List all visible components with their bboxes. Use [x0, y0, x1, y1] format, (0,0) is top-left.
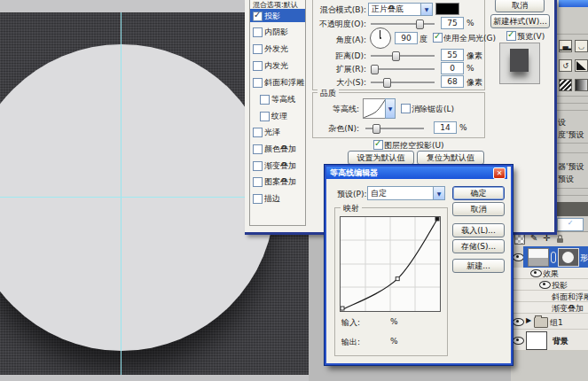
chain-link-icon[interactable]	[551, 252, 556, 263]
checkbox[interactable]	[253, 128, 263, 137]
folder-icon	[534, 317, 548, 328]
background-thumbnail[interactable]	[526, 331, 547, 350]
new-button[interactable]: 新建...	[452, 259, 505, 273]
curves-icon[interactable]: ◡	[575, 40, 588, 52]
circle-shape[interactable]	[0, 44, 275, 351]
contour-picker-arrow[interactable]: ▼	[385, 98, 396, 119]
eye-icon[interactable]	[513, 318, 524, 326]
opacity-slider[interactable]	[371, 23, 435, 26]
row-bevel[interactable]: 斜面和浮雕	[511, 291, 588, 302]
noise-slider-thumb[interactable]	[372, 124, 380, 134]
checkbox[interactable]	[253, 161, 263, 171]
opacity-input[interactable]: 75	[441, 17, 464, 29]
gradient-bar-icon[interactable]	[575, 79, 588, 91]
layer-row-shape[interactable]: 形状	[511, 246, 588, 268]
contour-editor-titlebar[interactable]: 等高线编辑器 ✕	[326, 167, 507, 179]
size-slider[interactable]	[371, 82, 435, 84]
opacity-unit: %	[466, 19, 474, 27]
distance-label: 距离(D):	[316, 51, 366, 62]
row-gradient-overlay[interactable]: 渐变叠加	[511, 302, 588, 314]
row-background[interactable]: 背景	[511, 330, 588, 351]
preset-dropdown[interactable]: 自定▼	[367, 186, 445, 200]
checkbox[interactable]	[253, 78, 263, 88]
background-label[interactable]: 背景	[553, 336, 568, 347]
spread-input[interactable]: 0	[441, 62, 464, 74]
lock-icon[interactable]	[557, 238, 563, 243]
blend-mode-dropdown[interactable]: 正片叠底▼	[368, 3, 433, 16]
curve-grid[interactable]	[340, 216, 441, 312]
reset-default-button[interactable]: 复位为默认值	[417, 151, 484, 165]
layer-thumbnail[interactable]	[528, 248, 549, 267]
dock-label[interactable]: 设	[558, 117, 566, 128]
set-default-button[interactable]: 设置为默认值	[348, 151, 414, 165]
vector-mask-thumbnail[interactable]	[558, 248, 579, 267]
panel-title-bar[interactable]	[559, 0, 588, 7]
load-button[interactable]: 载入(L)...	[452, 223, 505, 237]
contour-thumbnail[interactable]	[363, 98, 387, 119]
checkbox[interactable]	[253, 27, 263, 37]
panel-tab-dark[interactable]	[554, 202, 588, 216]
stripes-icon[interactable]	[559, 79, 572, 91]
angle-dial[interactable]	[370, 27, 391, 49]
size-slider-thumb[interactable]	[383, 78, 391, 88]
row-drop-shadow[interactable]: 投影	[511, 279, 588, 291]
eye-icon[interactable]	[530, 269, 542, 277]
style-list: 混合选项:默认 投影 内阴影 外发光 内发光 斜面和浮雕 等高线 纹理 光泽 颜…	[249, 0, 306, 226]
group-label[interactable]: 组1	[550, 317, 563, 329]
row-effects[interactable]: 效果	[511, 268, 588, 279]
cancel-button[interactable]: 取消	[495, 0, 545, 12]
dock-label[interactable]: 器'预设	[558, 161, 584, 173]
spread-slider[interactable]	[371, 68, 435, 71]
shadow-color-swatch[interactable]	[435, 3, 459, 15]
noise-slider[interactable]	[365, 128, 424, 130]
noise-input[interactable]: 14	[434, 121, 457, 134]
distance-slider[interactable]	[371, 55, 435, 58]
preview-checkbox[interactable]	[506, 31, 516, 41]
spread-label: 扩展(R):	[316, 64, 366, 75]
checkbox[interactable]	[253, 44, 263, 54]
anti-alias-checkbox[interactable]	[401, 104, 411, 113]
gradient-triangle-icon[interactable]	[575, 59, 588, 72]
checkbox-checked[interactable]	[253, 12, 263, 21]
row-group1[interactable]: ▶ 组1	[511, 314, 588, 330]
angle-input[interactable]: 90	[395, 32, 418, 44]
checkbox[interactable]	[260, 112, 270, 121]
knockout-checkbox[interactable]	[373, 140, 383, 150]
dialog-title: 等高线编辑器	[326, 167, 378, 179]
distance-slider-thumb[interactable]	[392, 51, 400, 61]
contour-thumbnail-curve	[364, 99, 386, 118]
expand-triangle-icon[interactable]: ▶	[526, 316, 531, 324]
noise-label: 杂色(N):	[324, 123, 359, 135]
style-item-label: 光泽	[264, 127, 280, 138]
output-unit: %	[390, 337, 398, 346]
checkbox[interactable]	[253, 144, 263, 154]
rotate-icon[interactable]: ↺	[559, 59, 572, 72]
opacity-slider-thumb[interactable]	[416, 19, 424, 29]
close-icon[interactable]: ✕	[493, 167, 506, 179]
vertical-guide[interactable]	[121, 12, 122, 375]
contour-cancel-button[interactable]: 取消	[452, 202, 505, 216]
style-item-selected[interactable]: 投影	[250, 9, 305, 22]
ok-button[interactable]: 确定	[452, 186, 505, 200]
checkbox[interactable]	[253, 177, 263, 187]
dock-label[interactable]: 度'预设	[558, 129, 584, 141]
spread-slider-thumb[interactable]	[371, 65, 379, 74]
distance-input[interactable]: 55	[441, 49, 464, 61]
dock-label[interactable]: 预设	[558, 174, 574, 185]
checkbox[interactable]	[253, 194, 263, 204]
eye-icon[interactable]	[513, 337, 524, 345]
transparency-grid-icon[interactable]	[514, 234, 525, 245]
global-light-label: 使用全局光(G)	[443, 33, 496, 44]
eye-icon[interactable]	[539, 281, 551, 289]
new-style-button[interactable]: 新建样式(W)...	[490, 14, 550, 28]
global-light-checkbox[interactable]	[433, 33, 443, 43]
histogram-icon[interactable]: ▁▄▂	[559, 40, 572, 52]
curve-chart[interactable]	[341, 217, 440, 311]
checkbox[interactable]	[253, 61, 263, 71]
checkbox[interactable]	[260, 95, 270, 105]
save-button[interactable]: 存储(S)...	[452, 239, 505, 253]
noise-unit: %	[459, 123, 467, 132]
layer-name[interactable]: 形状	[580, 253, 588, 264]
size-input[interactable]: 68	[441, 75, 464, 88]
mini-dropdown-check[interactable]: ✓	[557, 218, 584, 231]
